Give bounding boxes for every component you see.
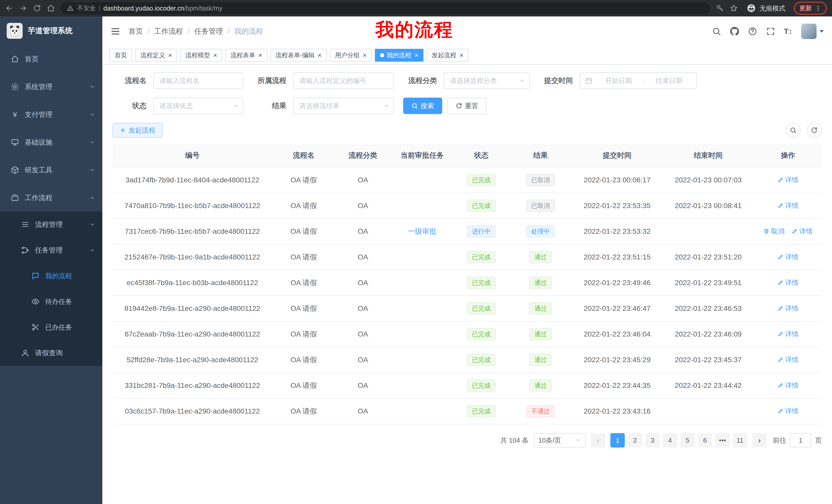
close-icon[interactable]: × <box>213 52 217 59</box>
page-size-value: 10条/页 <box>538 436 561 445</box>
detail-link[interactable]: 详情 <box>778 201 799 210</box>
row-status: 已完成 <box>454 403 509 419</box>
tab-process-form[interactable]: 流程表单× <box>225 49 267 62</box>
detail-link[interactable]: 详情 <box>791 227 813 236</box>
update-button[interactable]: 更新 <box>794 2 827 15</box>
page-button-4[interactable]: 4 <box>663 433 677 447</box>
sidebar-item-system[interactable]: 系统管理 <box>0 73 102 101</box>
page-size-select[interactable]: 10条/页 <box>534 433 586 447</box>
result-select[interactable]: 请选择流结果 <box>293 97 394 114</box>
tab-start-process[interactable]: 发起流程× <box>426 49 468 62</box>
breadcrumb-item[interactable]: 工作流程 <box>154 26 183 36</box>
detail-link[interactable]: 详情 <box>778 330 799 339</box>
tab-process-definition[interactable]: 流程定义× <box>135 49 177 62</box>
tab-process-form-edit[interactable]: 流程表单-编辑× <box>270 49 327 62</box>
home-icon[interactable] <box>47 4 55 12</box>
detail-link[interactable]: 详情 <box>778 278 799 287</box>
sidebar-item-infra[interactable]: 基础设施 <box>0 129 102 156</box>
reload-icon[interactable] <box>33 4 41 12</box>
page-button-1[interactable]: 1 <box>610 433 625 447</box>
key-icon[interactable] <box>716 4 724 12</box>
tab-process-model[interactable]: 流程模型× <box>180 49 222 62</box>
tab-user-group[interactable]: 用户分组× <box>330 49 372 62</box>
sidebar-item-label: 首页 <box>25 54 95 64</box>
detail-link[interactable]: 详情 <box>778 253 799 261</box>
detail-link[interactable]: 详情 <box>778 175 799 185</box>
start-process-button[interactable]: 发起流程 <box>113 123 162 138</box>
forward-icon[interactable] <box>19 4 27 12</box>
more-pages-icon[interactable]: ••• <box>715 433 730 447</box>
status-select[interactable]: 请选择状态 <box>153 97 243 114</box>
process-name-input[interactable] <box>153 73 243 89</box>
search-button[interactable]: 搜索 <box>403 97 442 114</box>
column-header: 当前审批任务 <box>391 144 453 167</box>
sidebar-item-payment[interactable]: ¥支付管理 <box>0 101 102 129</box>
github-icon[interactable] <box>730 27 739 36</box>
prev-page-button[interactable]: ‹ <box>591 433 605 447</box>
cancel-link[interactable]: 取消 <box>763 227 784 236</box>
sidebar-item-workflow[interactable]: 工作流程 <box>0 184 102 212</box>
close-icon[interactable]: × <box>318 52 322 59</box>
process-id-input[interactable] <box>293 73 394 89</box>
row-id: 7470a810-7b9b-11ec-b5b7-acde48001122 <box>113 200 272 212</box>
page-button-3[interactable]: 3 <box>645 433 660 447</box>
address-bar[interactable]: 不安全 dashboard.yudao.iocoder.cn/bpm/task/… <box>61 2 710 14</box>
detail-link[interactable]: 详情 <box>778 407 799 416</box>
breadcrumb-item[interactable]: 任务管理 <box>194 26 223 36</box>
page-button-6[interactable]: 6 <box>698 433 712 447</box>
logo-row[interactable]: 芋道管理系统 <box>0 17 102 45</box>
close-icon[interactable]: × <box>414 52 418 59</box>
date-range-picker[interactable]: 开始日期 - 结束日期 <box>579 73 697 89</box>
page-button-2[interactable]: 2 <box>628 433 642 447</box>
fullscreen-icon[interactable] <box>766 27 775 36</box>
sidebar-item-leave-query[interactable]: 请假查询 <box>0 340 102 366</box>
category-select[interactable]: 请选择流程分类 <box>444 73 530 89</box>
hamburger-icon[interactable] <box>110 26 120 36</box>
edit-icon <box>778 305 784 311</box>
detail-link[interactable]: 详情 <box>778 304 799 313</box>
sidebar-item-done-task[interactable]: 已办任务 <box>0 314 102 340</box>
sidebar-item-my-process[interactable]: 我的流程 <box>0 263 102 289</box>
tab-home[interactable]: 首页 <box>109 49 132 62</box>
row-category: OA <box>335 277 391 289</box>
search-icon[interactable] <box>712 27 721 36</box>
incognito-chip[interactable]: 无痕模式 <box>744 3 788 14</box>
close-icon[interactable]: × <box>363 52 367 59</box>
toggle-search-button[interactable] <box>786 123 801 138</box>
refresh-table-button[interactable] <box>807 123 822 138</box>
star-icon[interactable] <box>730 4 738 12</box>
detail-link[interactable]: 详情 <box>778 355 799 364</box>
sidebar-item-process-mgmt[interactable]: 流程管理 <box>0 212 102 237</box>
close-icon[interactable]: × <box>258 52 262 59</box>
current-task-link[interactable]: 一级审批 <box>408 227 437 235</box>
sidebar-item-task-mgmt[interactable]: 任务管理 <box>0 237 102 263</box>
tab-my-process[interactable]: 我的流程× <box>375 49 423 62</box>
detail-link[interactable]: 详情 <box>778 381 799 390</box>
sidebar-item-devtools[interactable]: 研发工具 <box>0 156 102 184</box>
next-page-button[interactable]: › <box>752 433 767 447</box>
row-category: OA <box>335 251 391 263</box>
action-label: 详情 <box>785 407 799 416</box>
help-icon[interactable] <box>748 27 757 36</box>
goto-page-input[interactable] <box>790 433 811 447</box>
sidebar-item-home[interactable]: 首页 <box>0 45 102 73</box>
close-icon[interactable]: × <box>460 52 463 59</box>
close-icon[interactable]: × <box>168 52 172 59</box>
status-tag: 不通过 <box>526 405 555 417</box>
column-header: 编号 <box>113 144 272 167</box>
reset-button[interactable]: 重置 <box>447 97 487 114</box>
menu-dots-icon[interactable] <box>815 5 822 11</box>
back-icon[interactable] <box>5 4 14 12</box>
row-process-name: OA 请假 <box>272 404 335 418</box>
avatar[interactable] <box>801 24 816 39</box>
action-label: 取消 <box>771 227 784 236</box>
sidebar-item-todo-task[interactable]: 待办任务 <box>0 289 102 314</box>
page-button-5[interactable]: 5 <box>680 433 695 447</box>
action-label: 详情 <box>785 253 799 261</box>
user-menu[interactable] <box>801 24 824 39</box>
yen-icon: ¥ <box>11 110 19 119</box>
page-content: 流程名 所属流程 流程分类 请选择流程分类 <box>102 65 832 504</box>
breadcrumb-item[interactable]: 首页 <box>129 26 143 36</box>
page-button-11[interactable]: 11 <box>733 433 747 447</box>
font-size-icon[interactable]: T↕ <box>784 27 792 35</box>
